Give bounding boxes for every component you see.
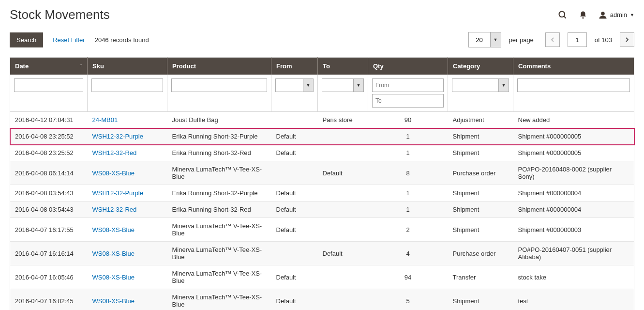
cell-comments: Shipment #000000004 bbox=[513, 202, 634, 218]
search-button[interactable]: Search bbox=[10, 32, 43, 47]
cell-from: Default bbox=[271, 185, 318, 202]
sku-link[interactable]: WSH12-32-Purple bbox=[92, 133, 144, 140]
cell-to: Default bbox=[318, 242, 368, 265]
cell-sku: 24-MB01 bbox=[88, 112, 167, 128]
column-header-category[interactable]: Category bbox=[448, 58, 513, 75]
cell-from: Default bbox=[271, 289, 318, 310]
sku-link[interactable]: WSH12-32-Red bbox=[92, 149, 137, 156]
cell-date: 2016-04-07 16:05:46 bbox=[10, 265, 88, 289]
filter-qty-to-input[interactable] bbox=[372, 94, 444, 108]
cell-product: Minerva LumaTech™ V-Tee-XS-Blue bbox=[167, 161, 271, 185]
filter-product-input[interactable] bbox=[171, 78, 267, 92]
cell-from: Default bbox=[271, 218, 318, 242]
cell-sku: WSH12-32-Purple bbox=[88, 185, 167, 202]
cell-category: Shipment bbox=[448, 289, 513, 310]
cell-product: Minerva LumaTech™ V-Tee-XS-Blue bbox=[167, 218, 271, 242]
cell-date: 2016-04-08 23:25:52 bbox=[10, 145, 88, 161]
cell-from bbox=[271, 112, 318, 128]
sku-link[interactable]: WS08-XS-Blue bbox=[92, 170, 135, 177]
cell-product: Erika Running Short-32-Purple bbox=[167, 185, 271, 202]
cell-product: Minerva LumaTech™ V-Tee-XS-Blue bbox=[167, 265, 271, 289]
prev-page-button[interactable] bbox=[545, 32, 560, 47]
column-header-sku[interactable]: Sku bbox=[88, 58, 167, 75]
cell-from: Default bbox=[271, 145, 318, 161]
table-row[interactable]: 2016-04-07 16:02:45 WS08-XS-Blue Minerva… bbox=[10, 289, 634, 310]
sku-link[interactable]: WS08-XS-Blue bbox=[92, 250, 135, 257]
column-header-to[interactable]: To bbox=[318, 58, 368, 75]
cell-from: Default bbox=[271, 265, 318, 289]
cell-to bbox=[318, 202, 368, 218]
cell-comments: test bbox=[513, 289, 634, 310]
cell-comments: Shipment #000000005 bbox=[513, 145, 634, 161]
filter-from-select[interactable]: ▼ bbox=[275, 78, 314, 92]
chevron-down-icon: ▼ bbox=[353, 78, 364, 92]
cell-sku: WSH12-32-Red bbox=[88, 202, 167, 218]
cell-sku: WS08-XS-Blue bbox=[88, 161, 167, 185]
cell-qty: 8 bbox=[368, 161, 448, 185]
column-header-product[interactable]: Product bbox=[167, 58, 271, 75]
table-row[interactable]: 2016-04-07 16:05:46 WS08-XS-Blue Minerva… bbox=[10, 265, 634, 289]
per-page-select[interactable]: ▼ bbox=[468, 32, 501, 47]
cell-to bbox=[318, 128, 368, 145]
per-page-value[interactable] bbox=[469, 32, 490, 47]
table-row[interactable]: 2016-04-08 03:54:43 WSH12-32-Red Erika R… bbox=[10, 202, 634, 218]
filter-category-select[interactable]: ▼ bbox=[452, 78, 509, 92]
reset-filter-link[interactable]: Reset Filter bbox=[53, 36, 85, 44]
chevron-left-icon bbox=[551, 37, 554, 42]
cell-category: Shipment bbox=[448, 128, 513, 145]
next-page-button[interactable] bbox=[620, 32, 634, 47]
notification-icon[interactable] bbox=[578, 10, 588, 20]
cell-to bbox=[318, 145, 368, 161]
search-icon[interactable] bbox=[558, 10, 568, 20]
sku-link[interactable]: WSH12-32-Red bbox=[92, 206, 137, 213]
cell-date: 2016-04-07 16:17:55 bbox=[10, 218, 88, 242]
filter-sku-input[interactable] bbox=[91, 78, 163, 92]
header-row: Date↑ Sku Product From To Qty Category C… bbox=[10, 58, 634, 75]
table-row[interactable]: 2016-04-07 16:17:55 WS08-XS-Blue Minerva… bbox=[10, 218, 634, 242]
cell-qty: 1 bbox=[368, 128, 448, 145]
table-row[interactable]: 2016-04-12 07:04:31 24-MB01 Joust Duffle… bbox=[10, 112, 634, 128]
filter-to-select[interactable]: ▼ bbox=[322, 78, 364, 92]
table-row[interactable]: 2016-04-08 03:54:43 WSH12-32-Purple Erik… bbox=[10, 185, 634, 202]
cell-qty: 1 bbox=[368, 202, 448, 218]
cell-qty: 1 bbox=[368, 185, 448, 202]
cell-from bbox=[271, 242, 318, 265]
filter-comments-input[interactable] bbox=[517, 78, 630, 92]
column-header-from[interactable]: From bbox=[271, 58, 318, 75]
sku-link[interactable]: WS08-XS-Blue bbox=[92, 226, 135, 233]
cell-date: 2016-04-07 16:02:45 bbox=[10, 289, 88, 310]
per-page-label: per page bbox=[509, 36, 534, 44]
column-header-date[interactable]: Date↑ bbox=[10, 58, 88, 75]
cell-qty: 4 bbox=[368, 242, 448, 265]
cell-category: Purchase order bbox=[448, 161, 513, 185]
chevron-down-icon[interactable]: ▼ bbox=[490, 32, 501, 47]
table-row[interactable]: 2016-04-08 06:14:14 WS08-XS-Blue Minerva… bbox=[10, 161, 634, 185]
filter-row: ▼ ▼ ▼ bbox=[10, 75, 634, 112]
table-row[interactable]: 2016-04-08 23:25:52 WSH12-32-Red Erika R… bbox=[10, 145, 634, 161]
table-row[interactable]: 2016-04-07 16:16:14 WS08-XS-Blue Minerva… bbox=[10, 242, 634, 265]
svg-line-1 bbox=[564, 16, 566, 18]
cell-sku: WS08-XS-Blue bbox=[88, 289, 167, 310]
sku-link[interactable]: WS08-XS-Blue bbox=[92, 297, 135, 305]
cell-sku: WS08-XS-Blue bbox=[88, 218, 167, 242]
cell-category: Shipment bbox=[448, 185, 513, 202]
cell-from: Default bbox=[271, 128, 318, 145]
sku-link[interactable]: WSH12-32-Purple bbox=[92, 189, 144, 197]
cell-comments: stock take bbox=[513, 265, 634, 289]
user-menu[interactable]: admin ▼ bbox=[599, 11, 634, 19]
cell-from: Default bbox=[271, 202, 318, 218]
cell-date: 2016-04-08 03:54:43 bbox=[10, 185, 88, 202]
column-header-comments[interactable]: Comments bbox=[513, 58, 634, 75]
filter-date-input[interactable] bbox=[14, 78, 83, 92]
cell-qty: 1 bbox=[368, 145, 448, 161]
sku-link[interactable]: 24-MB01 bbox=[92, 116, 118, 124]
column-header-qty[interactable]: Qty bbox=[368, 58, 448, 75]
cell-product: Erika Running Short-32-Purple bbox=[167, 128, 271, 145]
cell-date: 2016-04-08 23:25:52 bbox=[10, 128, 88, 145]
page-input[interactable] bbox=[568, 32, 587, 47]
cell-comments: PO#PO-20160408-0002 (supplier Sony) bbox=[513, 161, 634, 185]
table-row[interactable]: 2016-04-08 23:25:52 WSH12-32-Purple Erik… bbox=[10, 128, 634, 145]
sku-link[interactable]: WS08-XS-Blue bbox=[92, 274, 135, 281]
cell-date: 2016-04-08 06:14:14 bbox=[10, 161, 88, 185]
filter-qty-from-input[interactable] bbox=[372, 78, 444, 92]
